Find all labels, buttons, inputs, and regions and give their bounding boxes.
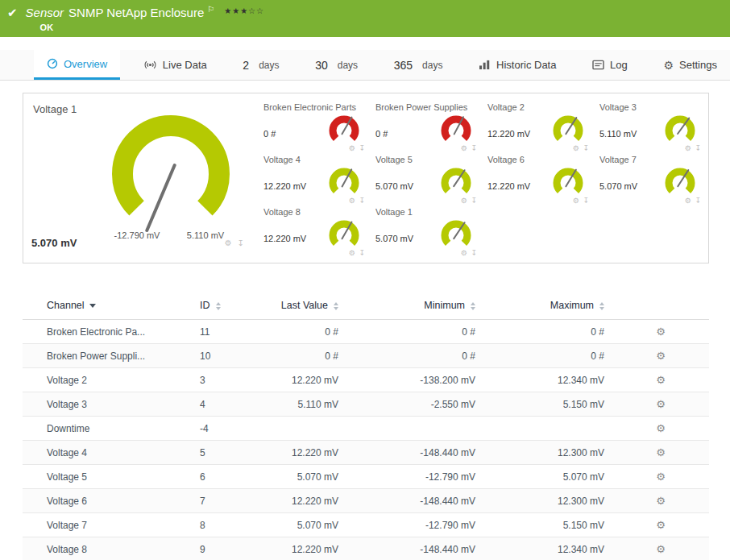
gear-icon[interactable]: ⚙ (461, 197, 468, 205)
gauge-cell-broken-power-supplies[interactable]: Broken Power Supplies0 #⚙ ↧ (369, 101, 481, 153)
minimum-cell: -148.440 mV (346, 489, 483, 513)
gauge-label: Voltage 4 (263, 155, 366, 164)
gear-icon[interactable]: ⚙ (461, 249, 468, 257)
channels-table: Channel ID Last Value Minimum Maximum Br… (23, 290, 709, 560)
channel-settings-icon[interactable]: ⚙ (656, 446, 666, 458)
channel-settings-icon[interactable]: ⚙ (656, 350, 666, 362)
channel-settings-icon[interactable]: ⚙ (656, 398, 666, 410)
bar-chart-icon (479, 60, 491, 70)
channel-settings-icon[interactable]: ⚙ (656, 471, 666, 483)
gauge-value: 5.070 mV (375, 181, 413, 191)
tab-historic-data[interactable]: Historic Data (466, 50, 569, 80)
channel-settings-icon[interactable]: ⚙ (656, 374, 666, 386)
table-row-broken-electronic-pa[interactable]: Broken Electronic Pa...110 #0 #0 #⚙ (23, 320, 709, 344)
pin-icon[interactable]: ↧ (471, 249, 478, 257)
channel-settings-icon[interactable]: ⚙ (656, 326, 666, 338)
primary-gauge-max: 5.110 mV (187, 230, 224, 240)
tab-number: 30 (315, 59, 328, 72)
gauge-cell-voltage-3[interactable]: Voltage 35.110 mV⚙ ↧ (593, 101, 705, 153)
gauge-body: 5.070 mV (375, 217, 478, 252)
last-value-cell: 12.220 mV (250, 489, 346, 513)
maximum-cell: 12.300 mV (483, 489, 612, 513)
gauge-cell-voltage-5[interactable]: Voltage 55.070 mV⚙ ↧ (369, 153, 481, 205)
tab-label: Live Data (163, 59, 207, 71)
primary-gauge[interactable]: Voltage 1 -12.790 mV 5.110 mV 5.070 mV ⚙… (23, 93, 255, 263)
gauge-cell-voltage-6[interactable]: Voltage 612.220 mV⚙ ↧ (481, 153, 593, 205)
sensor-title-block: Sensor SNMP NetApp Enclosure ⚐ ★★★☆☆ OK (26, 6, 264, 32)
gear-icon[interactable]: ⚙ (573, 144, 580, 152)
channel-cell: Voltage 7 (23, 513, 177, 537)
table-row-voltage-2[interactable]: Voltage 2312.220 mV-138.200 mV12.340 mV⚙ (23, 368, 709, 392)
actions-cell: ⚙ (612, 489, 709, 513)
channel-cell: Broken Power Suppli... (23, 344, 177, 368)
tab-365-days[interactable]: 365 days (381, 50, 456, 80)
gauge-cell-voltage-8[interactable]: Voltage 812.220 mV⚙ ↧ (257, 205, 369, 258)
id-cell: 10 (177, 344, 250, 368)
gear-icon[interactable]: ⚙ (349, 249, 356, 257)
tab-2-days[interactable]: 2 days (230, 50, 292, 80)
col-last-value[interactable]: Last Value (250, 290, 346, 320)
small-gauges-grid: Broken Electronic Parts0 #⚙ ↧Broken Powe… (255, 93, 708, 263)
tab-live-data[interactable]: Live Data (131, 50, 220, 80)
pin-icon[interactable]: ↧ (583, 144, 590, 152)
tab-overview[interactable]: Overview (34, 50, 120, 80)
col-channel[interactable]: Channel (23, 290, 177, 320)
table-row-voltage-4[interactable]: Voltage 4512.220 mV-148.440 mV12.300 mV⚙ (23, 441, 709, 465)
channel-settings-icon[interactable]: ⚙ (656, 495, 666, 507)
col-minimum[interactable]: Minimum (346, 290, 483, 320)
tab-label: Historic Data (496, 59, 556, 71)
gauge-cell-broken-electronic-parts[interactable]: Broken Electronic Parts0 #⚙ ↧ (257, 101, 369, 153)
gear-icon[interactable]: ⚙ (685, 144, 692, 152)
gauge-cell-voltage-4[interactable]: Voltage 412.220 mV⚙ ↧ (257, 153, 369, 205)
gear-icon[interactable]: ⚙ (461, 144, 468, 152)
gauge-cell-voltage-7[interactable]: Voltage 75.070 mV⚙ ↧ (593, 153, 705, 205)
sensor-status-text: OK (40, 23, 264, 32)
flag-icon[interactable]: ⚐ (207, 5, 214, 14)
minimum-cell: -2.550 mV (346, 392, 483, 417)
tab-settings[interactable]: ⚙ Settings (650, 50, 730, 80)
gauge-value: 5.070 mV (599, 181, 637, 191)
col-maximum[interactable]: Maximum (483, 290, 612, 320)
table-row-voltage-8[interactable]: Voltage 8912.220 mV-148.440 mV12.340 mV⚙ (23, 537, 709, 560)
gauges-panel: Voltage 1 -12.790 mV 5.110 mV 5.070 mV ⚙… (23, 93, 709, 263)
pin-icon[interactable]: ↧ (359, 249, 366, 257)
table-row-voltage-6[interactable]: Voltage 6712.220 mV-148.440 mV12.300 mV⚙ (23, 489, 709, 513)
pin-icon[interactable]: ↧ (238, 239, 246, 247)
pin-icon[interactable]: ↧ (359, 197, 366, 205)
pin-icon[interactable]: ↧ (695, 144, 702, 152)
pin-icon[interactable]: ↧ (471, 197, 478, 205)
log-icon (592, 60, 604, 70)
gauge-cell-voltage-2[interactable]: Voltage 212.220 mV⚙ ↧ (481, 101, 593, 153)
actions-cell: ⚙ (612, 513, 709, 537)
channel-cell: Voltage 3 (23, 392, 177, 417)
table-row-voltage-5[interactable]: Voltage 565.070 mV-12.790 mV5.070 mV⚙ (23, 465, 709, 489)
gear-icon[interactable]: ⚙ (573, 197, 580, 205)
gear-icon[interactable]: ⚙ (349, 144, 356, 152)
tab-log[interactable]: Log (579, 50, 641, 80)
channel-settings-icon[interactable]: ⚙ (656, 422, 666, 434)
actions-cell: ⚙ (612, 441, 709, 465)
col-id[interactable]: ID (177, 290, 250, 320)
table-row-broken-power-suppli[interactable]: Broken Power Suppli...100 #0 #0 #⚙ (23, 344, 709, 368)
gauge-body: 5.110 mV (599, 112, 702, 147)
pin-icon[interactable]: ↧ (359, 144, 366, 152)
minimum-cell: 0 # (346, 320, 483, 344)
pin-icon[interactable]: ↧ (695, 197, 702, 205)
maximum-cell: 12.340 mV (483, 368, 612, 392)
sensor-kind-label: Sensor (26, 6, 64, 19)
pin-icon[interactable]: ↧ (471, 144, 478, 152)
table-row-voltage-3[interactable]: Voltage 345.110 mV-2.550 mV5.150 mV⚙ (23, 392, 709, 417)
channel-settings-icon[interactable]: ⚙ (656, 543, 666, 555)
gear-icon[interactable]: ⚙ (225, 239, 234, 247)
gear-icon[interactable]: ⚙ (349, 197, 356, 205)
tab-30-days[interactable]: 30 days (302, 50, 371, 80)
gear-icon[interactable]: ⚙ (685, 197, 692, 205)
pin-icon[interactable]: ↧ (583, 197, 590, 205)
channel-settings-icon[interactable]: ⚙ (656, 519, 666, 531)
table-row-voltage-7[interactable]: Voltage 785.070 mV-12.790 mV5.150 mV⚙ (23, 513, 709, 537)
gauge-value: 12.220 mV (263, 181, 306, 191)
sort-icon (471, 302, 475, 310)
gauge-cell-voltage-1[interactable]: Voltage 15.070 mV⚙ ↧ (369, 205, 481, 258)
table-row-downtime[interactable]: Downtime-4⚙ (23, 417, 709, 441)
priority-stars[interactable]: ★★★☆☆ (224, 6, 264, 15)
